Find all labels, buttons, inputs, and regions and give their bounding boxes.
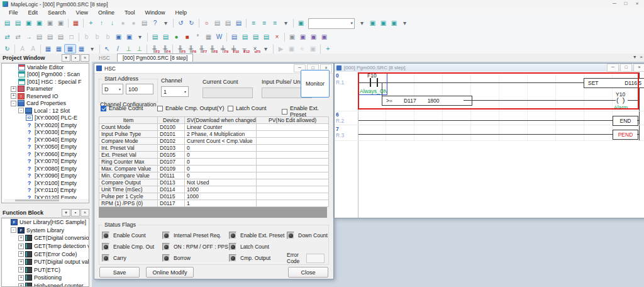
save-button[interactable]: Save: [99, 267, 140, 278]
start-address-input[interactable]: 100: [126, 84, 153, 94]
table-cell[interactable]: Int. Preset Val: [99, 145, 158, 152]
station-combo[interactable]: ▾: [308, 18, 355, 29]
tree-item-hsc[interactable]: [001] HSC : Special F: [2, 78, 89, 86]
device-list-3-icon[interactable]: ≡: [270, 18, 280, 28]
ladder-editor[interactable]: 0 R.1 6 R.2 7 R.3 F10 Always_ON SETD116: [335, 72, 644, 218]
plc-doc-1-icon[interactable]: ▤: [150, 32, 160, 42]
doc-gray-1-icon[interactable]: ▤: [34, 32, 45, 42]
tool-b-icon[interactable]: ▣: [297, 32, 308, 42]
tool-e-icon[interactable]: ▣: [286, 45, 297, 53]
more-menu-1-icon[interactable]: ▾: [160, 18, 171, 28]
coil-reset-icon[interactable]: ╫F7: [196, 45, 207, 53]
collapse-icon[interactable]: -: [11, 101, 16, 106]
stop-icon[interactable]: ■: [182, 32, 192, 42]
more-menu-3-icon[interactable]: ▾: [357, 18, 367, 28]
link-1-icon[interactable]: b: [81, 32, 92, 42]
function-block-close-button[interactable]: ×: [80, 209, 89, 217]
project-tree[interactable]: Variable Editor[000] Pgm000 : Scan[001] …: [1, 63, 89, 203]
page-1-icon[interactable]: ▤: [229, 32, 240, 42]
expand-icon[interactable]: +: [18, 267, 24, 273]
expand-icon[interactable]: +: [18, 259, 24, 265]
table-cell[interactable]: Input Pulse Type: [99, 131, 158, 138]
menu-window[interactable]: Window: [140, 9, 170, 16]
edit-pen-icon[interactable]: /: [113, 45, 123, 53]
cut-icon[interactable]: ×: [272, 32, 282, 42]
table-cell[interactable]: D0115: [158, 193, 185, 200]
tree-item-parameter[interactable]: +Parameter: [2, 86, 89, 93]
tree-item-slot-0000[interactable]: IO[XY:0000] PLC-E: [2, 115, 89, 122]
table-cell[interactable]: Count Mode: [99, 124, 158, 131]
table-cell[interactable]: Pulse per 1 Cycle: [99, 193, 158, 200]
table-cell[interactable]: D0100: [158, 124, 185, 131]
table-row[interactable]: Unit Time (mSec)D01141000: [99, 186, 329, 193]
calculator-icon[interactable]: ▦: [203, 32, 214, 42]
table-cell[interactable]: [257, 200, 329, 207]
table-cell[interactable]: D0113: [158, 179, 185, 186]
table-cell[interactable]: Not Used: [185, 179, 257, 186]
checkbox-enable-ext-preset[interactable]: Enable Ext. Preset: [282, 105, 333, 118]
table-row[interactable]: Pulse per 1 CycleD01151000: [99, 193, 329, 200]
tree-item-slot-0090[interactable]: ?[XY:0090] Empty: [2, 172, 89, 180]
ladder-window-titlebar[interactable]: [000] Pgm000.SRC [8 step] ─ □ ×: [335, 64, 644, 72]
table-cell[interactable]: Min. Compare Value: [99, 172, 158, 179]
ladder-minimize-button[interactable]: ─: [607, 64, 619, 72]
chart-icon[interactable]: W: [214, 32, 225, 42]
tree-item-card-properties[interactable]: -Card Properties: [2, 100, 89, 108]
tab-pgm000[interactable]: [000] Pgm000.SRC [8 step]: [117, 53, 193, 62]
tree-item-slot-0060[interactable]: ?[XY:0060] Empty: [2, 150, 89, 158]
doc-gray-2-icon[interactable]: ▤: [45, 32, 55, 42]
compare-icon[interactable]: ⇄: [2, 32, 13, 42]
save-as-icon[interactable]: ▣: [34, 18, 45, 28]
checkbox-box[interactable]: [157, 106, 163, 111]
table-cell[interactable]: [257, 152, 329, 159]
expand-icon[interactable]: +: [11, 93, 16, 99]
view-grid-4-icon[interactable]: ▦: [76, 45, 87, 53]
ladder-close-button[interactable]: ×: [633, 64, 644, 72]
transfer-icon[interactable]: →: [23, 32, 34, 42]
help-icon[interactable]: ?: [150, 18, 160, 28]
download-doc-icon[interactable]: ↓: [107, 18, 118, 28]
zoom-in-icon[interactable]: A: [28, 45, 38, 53]
variable-table-icon[interactable]: ▦: [70, 18, 81, 28]
table-cell[interactable]: Unit Time (mSec): [99, 186, 158, 193]
close-file-icon[interactable]: ▣: [55, 18, 66, 28]
function-block-menu-button[interactable]: ▾: [62, 209, 70, 217]
expand-icon[interactable]: +: [18, 283, 24, 287]
link-2-icon[interactable]: b: [92, 32, 103, 42]
function-block-tree[interactable]: FUser Library[HSC Sample]-FSystem Librar…: [1, 218, 89, 287]
tree-item-put-digital[interactable]: +PUT(Digital output value): [2, 258, 89, 266]
coil-set-icon[interactable]: ╫F6: [186, 45, 196, 53]
table-cell[interactable]: [257, 131, 329, 138]
expand-icon[interactable]: +: [18, 244, 24, 249]
table-cell[interactable]: [257, 159, 329, 166]
table-cell[interactable]: D0109: [158, 166, 185, 172]
paste-icon[interactable]: ▤: [223, 18, 233, 28]
collapse-icon[interactable]: -: [18, 108, 24, 113]
stamp-2-icon[interactable]: ⊥: [134, 45, 145, 53]
more-menu-6-icon[interactable]: ▾: [87, 45, 97, 53]
view-grid-1-icon[interactable]: ▦: [43, 45, 53, 53]
tree-item-high-speed-counter[interactable]: +High-speed counter: [2, 282, 89, 287]
tree-item-slot-0020[interactable]: ?[XY:0020] Empty: [2, 121, 89, 129]
tool-g-icon[interactable]: ▣: [308, 45, 318, 53]
project-window-close-button[interactable]: ×: [80, 54, 89, 62]
fb-add-icon[interactable]: +: [323, 45, 333, 53]
table-row[interactable]: Ext. Preset ValD01050: [99, 152, 329, 159]
table-cell[interactable]: 0: [185, 166, 257, 172]
table-cell[interactable]: Max. Compare Value: [99, 166, 158, 172]
more-menu-2-icon[interactable]: ▾: [280, 18, 291, 28]
close-button[interactable]: ×: [631, 0, 643, 8]
sync-icon[interactable]: ⇄: [13, 32, 23, 42]
history-fwd-icon[interactable]: ●: [128, 18, 139, 28]
print-icon[interactable]: ▤: [139, 18, 150, 28]
table-cell[interactable]: [257, 179, 329, 186]
table-row[interactable]: RPM (1) /PPS (0)D01171: [99, 200, 329, 207]
table-cell[interactable]: [257, 186, 329, 193]
tree-item-slot-0110[interactable]: ?[XY:0110] Empty: [2, 187, 89, 194]
ladder-maximize-button[interactable]: □: [620, 64, 632, 72]
tool-c-icon[interactable]: ▣: [308, 32, 319, 42]
plc-read-icon[interactable]: ▣: [367, 18, 378, 28]
upload-doc-icon[interactable]: ↑: [96, 18, 107, 28]
tree-item-local-slot[interactable]: -Local : 12 Slot: [2, 107, 89, 115]
table-cell[interactable]: [257, 172, 329, 179]
